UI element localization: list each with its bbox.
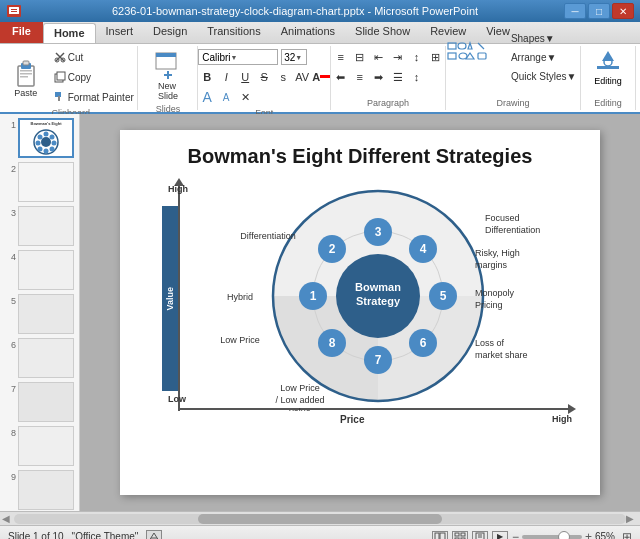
- close-button[interactable]: ✕: [612, 3, 634, 19]
- zoom-thumb[interactable]: [558, 531, 570, 540]
- normal-view-button[interactable]: [432, 531, 448, 540]
- slide-preview-7: [18, 382, 74, 422]
- columns-button[interactable]: ⊞: [427, 49, 445, 65]
- zoom-slider[interactable]: [522, 535, 582, 539]
- svg-rect-6: [23, 61, 29, 65]
- zoom-in-button[interactable]: +: [585, 530, 592, 540]
- cut-button[interactable]: Cut: [50, 48, 138, 66]
- scroll-right-button[interactable]: ▶: [626, 513, 638, 524]
- slide-preview-1: Bowman's Eight: [18, 118, 74, 158]
- slide-thumb-2[interactable]: 2: [4, 162, 75, 202]
- slide-thumb-4[interactable]: 4: [4, 250, 75, 290]
- tab-design[interactable]: Design: [143, 22, 197, 43]
- fit-slide-button[interactable]: ⊞: [622, 530, 632, 540]
- new-slide-button[interactable]: NewSlide: [146, 48, 190, 102]
- slide-thumb-1[interactable]: 1 Bowman's Eight: [4, 118, 75, 158]
- spell-check-icon[interactable]: [146, 530, 162, 540]
- slides-items: NewSlide: [146, 48, 190, 102]
- slide-thumb-3[interactable]: 3: [4, 206, 75, 246]
- svg-text:2: 2: [329, 242, 336, 256]
- font-size-arrow: ▼: [295, 54, 302, 61]
- maximize-button[interactable]: □: [588, 3, 610, 19]
- align-right-button[interactable]: ➡: [370, 69, 388, 85]
- increase-font-button[interactable]: A: [198, 89, 216, 105]
- copy-button[interactable]: Copy: [50, 68, 138, 86]
- slide-panel[interactable]: 1 Bowman's Eight: [0, 114, 80, 511]
- quick-styles-button[interactable]: Quick Styles▼: [507, 67, 580, 85]
- zoom-out-button[interactable]: −: [512, 530, 519, 540]
- slide-sorter-button[interactable]: [452, 531, 468, 540]
- svg-text:7: 7: [375, 353, 382, 367]
- drawing-group: Shapes▼ Arrange▼ Quick Styles▼ Drawing: [446, 46, 581, 110]
- font-color-button[interactable]: A: [312, 69, 330, 85]
- window-controls: ─ □ ✕: [564, 3, 634, 19]
- scrollbar-thumb[interactable]: [198, 514, 443, 524]
- slide-thumb-6[interactable]: 6: [4, 338, 75, 378]
- slide-num-7: 7: [4, 384, 16, 394]
- align-row: ⬅ ≡ ➡ ☰ ↕: [332, 68, 426, 86]
- clear-format-button[interactable]: ✕: [236, 89, 254, 105]
- slide-thumb-9[interactable]: 9: [4, 470, 75, 510]
- slide-thumb-8[interactable]: 8: [4, 426, 75, 466]
- reading-view-button[interactable]: [472, 531, 488, 540]
- tab-home[interactable]: Home: [43, 23, 96, 43]
- decrease-indent-button[interactable]: ⇤: [370, 49, 388, 65]
- svg-rect-79: [435, 533, 439, 540]
- editing-button[interactable]: Editing: [594, 48, 622, 86]
- tab-review[interactable]: Review: [420, 22, 476, 43]
- slide-thumb-7[interactable]: 7: [4, 382, 75, 422]
- strikethrough-button[interactable]: S: [255, 69, 273, 85]
- bold-button[interactable]: B: [198, 69, 216, 85]
- tab-transitions[interactable]: Transitions: [197, 22, 270, 43]
- font-name-dropdown[interactable]: Calibri ▼: [198, 49, 278, 65]
- increase-indent-button[interactable]: ⇥: [389, 49, 407, 65]
- shapes-row: Shapes▼ Arrange▼ Quick Styles▼: [446, 48, 580, 66]
- y-low-label: Low: [168, 394, 186, 404]
- font-size-dropdown[interactable]: 32 ▼: [281, 49, 307, 65]
- main-area: 1 Bowman's Eight: [0, 114, 640, 511]
- justify-button[interactable]: ☰: [389, 69, 407, 85]
- svg-rect-8: [20, 73, 32, 75]
- tab-file[interactable]: File: [0, 22, 43, 43]
- editing-items: Editing: [594, 48, 622, 96]
- diagram-container: Value High Low Price High: [140, 176, 580, 466]
- editing-group-label: Editing: [594, 98, 622, 108]
- font-size-row: A A ✕: [198, 88, 254, 106]
- line-spacing-button[interactable]: ↕: [408, 69, 426, 85]
- slide-num-4: 4: [4, 252, 16, 262]
- svg-rect-3: [11, 11, 17, 12]
- copy-icon: [54, 71, 66, 83]
- paste-button[interactable]: Paste: [4, 50, 48, 104]
- svg-line-25: [478, 43, 484, 49]
- bullets-button[interactable]: ≡: [332, 49, 350, 65]
- slide-num-1: 1: [4, 120, 16, 130]
- scroll-left-button[interactable]: ◀: [2, 513, 14, 524]
- italic-button[interactable]: I: [217, 69, 235, 85]
- shadow-button[interactable]: s: [274, 69, 292, 85]
- minimize-button[interactable]: ─: [564, 3, 586, 19]
- ribbon: Paste Cut Copy Format Painter Clipboard: [0, 44, 640, 114]
- slide-canvas[interactable]: Bowman's Eight Different Strategies Valu…: [120, 130, 600, 495]
- decrease-font-button[interactable]: A: [217, 89, 235, 105]
- align-left-button[interactable]: ⬅: [332, 69, 350, 85]
- text-direction-button[interactable]: ↕: [408, 49, 426, 65]
- tab-insert[interactable]: Insert: [96, 22, 144, 43]
- slideshow-button[interactable]: ▶: [492, 531, 508, 540]
- tab-animations[interactable]: Animations: [271, 22, 345, 43]
- svg-text:Low Price: Low Price: [220, 335, 260, 345]
- format-painter-button[interactable]: Format Painter: [50, 88, 138, 106]
- arrange-button[interactable]: Arrange▼: [507, 48, 580, 66]
- underline-button[interactable]: U: [236, 69, 254, 85]
- theme-info: "Office Theme": [72, 531, 139, 539]
- numbering-button[interactable]: ⊟: [351, 49, 369, 65]
- char-spacing-button[interactable]: AV: [293, 69, 311, 85]
- svg-rect-2: [11, 9, 17, 10]
- shapes-button[interactable]: Shapes▼: [507, 29, 580, 47]
- align-center-button[interactable]: ≡: [351, 69, 369, 85]
- status-bar: Slide 1 of 10 "Office Theme" ▶ − + 65% ⊞: [0, 525, 640, 539]
- paragraph-label: Paragraph: [367, 98, 409, 108]
- tab-slideshow[interactable]: Slide Show: [345, 22, 420, 43]
- horizontal-scrollbar[interactable]: ◀ ▶: [0, 511, 640, 525]
- slide-thumb-5[interactable]: 5: [4, 294, 75, 334]
- slides-label: Slides: [156, 104, 181, 114]
